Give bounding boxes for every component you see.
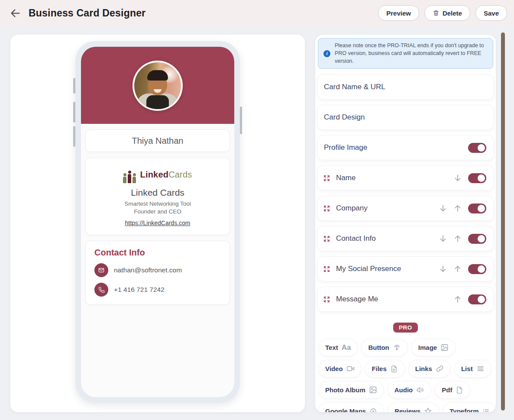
toggle-row-label: Message Me [336,295,378,304]
text-icon: Aa [342,343,351,352]
image-icon [440,343,449,352]
audio-icon [416,386,424,394]
add-links-button[interactable]: Links [409,360,450,377]
card-company-section[interactable]: LinkedCards Linked Cards Smartest Networ… [85,158,230,235]
expand-icon[interactable] [323,205,330,212]
arrow-left-icon [10,7,21,19]
move-down-icon[interactable] [439,204,447,213]
expand-icon[interactable] [323,265,330,273]
card-body: Thiya Nathan LinkedCards Linked Cards Sm… [81,129,234,305]
toggle-row-social-presence: My Social Presence [318,257,493,281]
trash-icon [433,10,440,16]
widget-buttons: Text Aa Button Image Video Files Lin [318,339,493,412]
company-logo: LinkedCards [91,166,224,183]
move-up-icon[interactable] [453,204,462,213]
move-up-icon[interactable] [453,265,462,273]
company-role: Founder and CEO [91,208,224,215]
phone-power-button [240,107,242,134]
section-label: Card Design [324,113,365,122]
move-down-icon[interactable] [439,265,447,273]
move-up-icon[interactable] [453,295,462,304]
contact-email-row[interactable]: nathan@softronet.com [94,263,221,277]
add-pdf-button[interactable]: Pdf [435,381,470,398]
linkedcards-logo-icon [123,171,136,183]
save-button[interactable]: Save [475,5,507,21]
company-tagline: Smartest Networking Tool [91,200,224,207]
phone-side-button [73,102,75,123]
add-text-button[interactable]: Text Aa [319,339,357,356]
name-toggle[interactable] [468,173,486,183]
toggle-row-message-me: Message Me [318,287,493,311]
preview-button-label: Preview [386,10,411,17]
list-icon [476,365,485,373]
toggle-row-contact-info: Contact Info [318,226,493,251]
phone-side-button [73,126,75,147]
card-preview-panel: Thiya Nathan LinkedCards Linked Cards Sm… [10,35,305,412]
toggle-row-label: My Social Presence [336,265,401,273]
files-icon [390,365,398,373]
toggle-row-label: Profile Image [324,143,367,152]
move-down-icon[interactable] [453,174,462,182]
photo-shirt [146,95,169,111]
message-me-toggle[interactable] [468,294,486,304]
save-button-label: Save [484,10,499,17]
company-logo-text: LinkedCards [140,166,192,183]
add-video-button[interactable]: Video [319,360,361,377]
add-button-button[interactable]: Button [362,339,407,356]
delete-button-label: Delete [443,10,462,17]
add-reviews-button[interactable]: Reviews [388,403,439,412]
phone-side-button [73,78,75,94]
card-name-section[interactable]: Thiya Nathan [85,129,230,152]
profile-photo[interactable] [133,61,183,111]
contact-info-toggle[interactable] [468,234,486,244]
card-contact-section[interactable]: Contact Info nathan@softronet.com +1 416… [85,241,230,305]
click-icon [393,343,401,352]
company-website-link[interactable]: https://LinkedCards.com [125,220,191,226]
info-icon: i [323,50,330,57]
contact-info-heading: Contact Info [94,248,221,258]
expand-icon[interactable] [323,296,330,303]
add-photo-album-button[interactable]: Photo Album [319,381,384,398]
expand-icon[interactable] [323,235,330,242]
add-files-button[interactable]: Files [365,360,404,377]
expand-icon[interactable] [323,174,330,182]
scrollbar-thumb[interactable] [501,32,505,410]
add-list-button[interactable]: List [455,360,491,377]
link-icon [436,365,444,373]
pro-trial-notice-text: Please note once the PRO-TRIAL ends if y… [335,42,484,64]
move-up-icon[interactable] [453,234,462,243]
topbar-actions: Preview Delete Save [378,5,507,21]
video-icon [346,365,355,373]
pro-badge-wrap: PRO [318,323,493,333]
pdf-icon [456,386,463,394]
toggle-row-profile-image: Profile Image [318,136,493,160]
page-title: Business Card Designer [29,7,145,19]
star-icon [424,407,432,412]
top-bar: Business Card Designer Preview Delete Sa… [0,0,514,26]
photo-album-icon [369,386,377,394]
move-down-icon[interactable] [439,234,447,243]
settings-panel: i Please note once the PRO-TRIAL ends if… [315,35,496,412]
toggle-row-label: Name [336,174,356,182]
toggle-row-company: Company [318,196,493,220]
social-presence-toggle[interactable] [468,264,486,274]
typeform-icon [482,407,490,412]
section-card-design[interactable]: Card Design [318,105,493,129]
preview-button[interactable]: Preview [378,5,419,21]
photo-hair [147,70,168,81]
back-button[interactable] [8,6,23,20]
profile-image-toggle[interactable] [468,143,486,153]
contact-email: nathan@softronet.com [114,266,182,274]
delete-button[interactable]: Delete [424,5,470,21]
toggle-row-label: Contact Info [336,234,376,243]
add-google-maps-button[interactable]: Google Maps [319,403,384,412]
company-toggle[interactable] [468,204,486,213]
section-card-name-url[interactable]: Card Name & URL [318,75,493,99]
add-audio-button[interactable]: Audio [388,381,431,398]
pro-badge: PRO [393,323,418,333]
contact-phone-row[interactable]: +1 416 721 7242 [94,283,221,297]
add-typeform-button[interactable]: Typeform [443,403,496,412]
phone-mockup: Thiya Nathan LinkedCards Linked Cards Sm… [75,41,240,403]
map-icon [369,407,377,412]
add-image-button[interactable]: Image [412,339,455,356]
